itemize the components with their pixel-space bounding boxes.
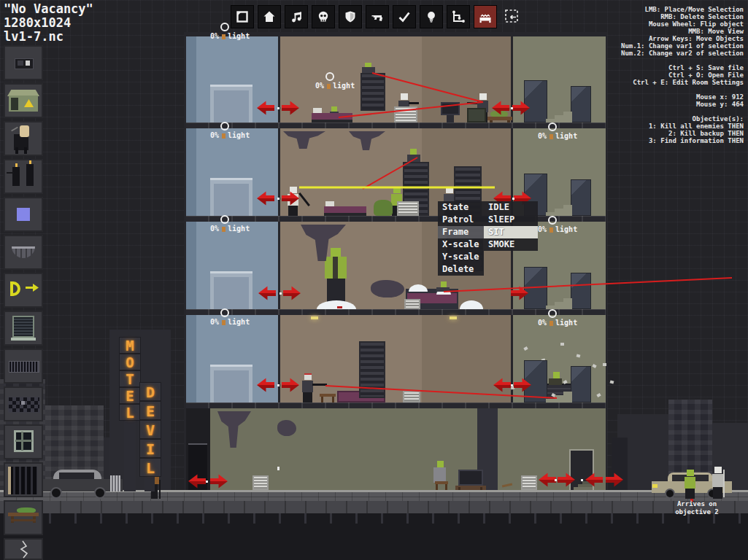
menu-item-x-scale[interactable]: X-scale — [438, 238, 484, 251]
help-line: Ctrl + O: Open File — [621, 71, 744, 79]
bench-shelf-icon — [11, 519, 36, 521]
palette-item-planter-bench[interactable] — [4, 500, 43, 535]
bed-icon — [478, 9, 493, 24]
palette-item-broken-windows[interactable] — [4, 386, 43, 421]
sign-letter: D — [139, 382, 161, 401]
help-line: Mouse Wheel: Flip object — [621, 20, 744, 28]
window-sill-icon — [11, 338, 36, 341]
level-editor-canvas[interactable]: 0%light0%light0%light0%light0%light0%lig… — [0, 0, 748, 560]
zone-square-icon — [17, 208, 30, 221]
menu-item-frame[interactable]: Frame — [438, 226, 484, 238]
help-line: LMB: Place/Move Selection — [621, 6, 744, 13]
help-line: Arrow Keys: Move Objects — [621, 35, 744, 42]
gun-icon — [370, 9, 385, 24]
menu-value-smoke[interactable]: SMOKE — [484, 238, 538, 251]
tool-frame[interactable] — [231, 5, 254, 28]
path-nodes-icon — [451, 9, 466, 24]
sign-letter: I — [139, 439, 161, 458]
palette-item-wall-crack[interactable] — [4, 538, 43, 560]
crack-icon — [5, 540, 42, 559]
gun-icon — [7, 172, 14, 174]
frame-icon — [235, 9, 250, 24]
sign-letter: E — [119, 387, 141, 404]
tool-objective[interactable] — [393, 5, 416, 28]
palette-item-railing-bars[interactable] — [4, 462, 43, 497]
sign-letter: O — [119, 354, 141, 370]
palette-item-window-blinds[interactable] — [4, 311, 43, 346]
tool-resize[interactable] — [501, 5, 523, 27]
awning-icon — [12, 246, 35, 258]
tool-armor[interactable] — [339, 5, 362, 28]
tool-path[interactable] — [447, 5, 470, 28]
object-palette — [0, 32, 47, 560]
radio-screen — [26, 61, 30, 66]
mouse-x-readout: Mouse x: 912 — [621, 93, 744, 101]
exit-door-icon — [10, 281, 20, 296]
enemy-silhouette — [12, 167, 20, 186]
palette-item-vent-grate[interactable] — [4, 349, 43, 384]
objective-line: 3: Find information THEN — [621, 137, 744, 144]
palette-item-radio[interactable] — [4, 45, 43, 80]
sign-letter: V — [139, 420, 161, 439]
menu-item-state[interactable]: State — [438, 201, 484, 214]
blinds-icon — [12, 316, 34, 338]
help-line: Num.2: Change var2 of selection — [621, 50, 744, 57]
sign-letter: L — [119, 404, 141, 421]
lamp-pack-icon — [20, 125, 29, 137]
menu-item-delete[interactable]: Delete — [438, 263, 484, 276]
tool-weapon[interactable] — [366, 5, 389, 28]
sign-letter: M — [119, 337, 141, 354]
house-icon — [262, 9, 277, 24]
tool-room[interactable] — [258, 5, 281, 28]
palette-item-generator[interactable] — [4, 83, 43, 118]
glass-glint — [21, 401, 25, 405]
exit-arrow-head-icon — [33, 284, 39, 292]
menu-value-sit-selected[interactable]: SIT — [484, 226, 538, 238]
palette-item-window-panes[interactable] — [4, 424, 43, 459]
sign-letter: L — [139, 458, 161, 477]
palette-item-zone-marker[interactable] — [4, 197, 43, 232]
bars-icon — [9, 467, 37, 494]
sign-pole — [144, 475, 155, 491]
shield-icon — [343, 9, 358, 24]
sign-letter: E — [139, 401, 161, 420]
pane-bar-icon — [15, 440, 32, 442]
objective-line: 2: Kill backup THEN — [621, 130, 744, 137]
carrier-legs-icon — [24, 147, 27, 154]
objectives-header: Objective(s): — [621, 115, 744, 122]
carrier-legs-icon — [15, 147, 18, 154]
enemy-silhouette — [26, 164, 34, 186]
lightbulb-icon — [424, 9, 439, 24]
menu-item-y-scale[interactable]: Y-scale — [438, 251, 484, 263]
help-line: Ctrl + S: Save file — [621, 64, 744, 71]
tool-audio[interactable] — [285, 5, 308, 28]
mouse-y-readout: Mouse y: 464 — [621, 101, 744, 108]
tool-furniture[interactable] — [474, 5, 497, 28]
help-panel: LMB: Place/Move Selection RMB: Delete Se… — [621, 6, 744, 144]
resize-selection-icon — [504, 8, 520, 24]
palette-item-lamp-carrier[interactable] — [4, 121, 43, 156]
help-line: RMB: Delete Selection — [621, 13, 744, 20]
hook-icon — [11, 127, 18, 132]
radio-slot — [18, 61, 23, 66]
menu-value-idle[interactable]: IDLE — [484, 201, 538, 214]
tool-enemy[interactable] — [312, 5, 335, 28]
sign-letter: T — [119, 370, 141, 387]
objective-line: 1: Kill all enemies THEN — [621, 122, 744, 130]
skull-icon — [316, 9, 331, 24]
music-note-icon — [289, 9, 304, 24]
help-line: Ctrl + E: Edit Room Settings — [621, 79, 744, 86]
tool-light[interactable] — [420, 5, 443, 28]
context-menu-labels: State Patrol Frame X-scale Y-scale Delet… — [438, 201, 484, 276]
sign-pole — [124, 419, 136, 491]
help-line: MMB: Move View — [621, 28, 744, 35]
grate-icon — [9, 361, 39, 373]
palette-item-awning[interactable] — [4, 235, 43, 270]
menu-value-sleep[interactable]: SlEEP — [484, 214, 538, 226]
menu-item-patrol[interactable]: Patrol — [438, 214, 484, 226]
checker-window-icon — [8, 397, 40, 413]
bar-post-icon — [8, 467, 11, 494]
palette-item-enemy-pair[interactable] — [4, 159, 43, 194]
palette-item-exit-marker[interactable] — [4, 273, 43, 308]
check-icon — [397, 9, 412, 24]
